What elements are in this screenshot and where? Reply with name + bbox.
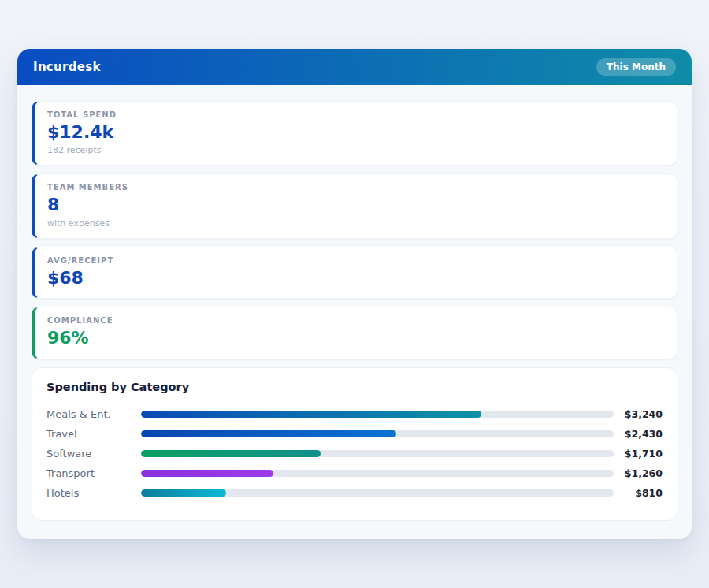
category-value: $2,430 — [614, 428, 663, 440]
spending-by-category-chart: Spending by Category Meals & Ent. $3,240… — [32, 367, 677, 521]
stat-subtitle: with expenses — [47, 218, 664, 229]
bar-fill — [141, 411, 481, 418]
chart-row-meals: Meals & Ent. $3,240 — [46, 404, 663, 424]
bar-fill — [141, 489, 226, 497]
category-label: Hotels — [46, 487, 141, 499]
bar-track — [141, 411, 614, 418]
bar-track — [141, 489, 614, 497]
app-panel: Incurdesk This Month TOTAL SPEND $12.4k … — [17, 49, 692, 539]
stat-value: $68 — [47, 268, 664, 288]
stat-card-team-members: TEAM MEMBERS 8 with expenses — [32, 173, 677, 238]
bar-track — [141, 470, 614, 477]
stat-subtitle: 182 receipts — [47, 145, 664, 155]
page: Incurdesk This Month TOTAL SPEND $12.4k … — [0, 0, 709, 588]
chart-row-software: Software $1,710 — [46, 444, 663, 463]
stat-label: TEAM MEMBERS — [47, 183, 664, 192]
stat-card-compliance: COMPLIANCE 96% — [32, 307, 677, 359]
stat-label: AVG/RECEIPT — [47, 256, 664, 265]
category-label: Transport — [46, 467, 141, 479]
chart-row-transport: Transport $1,260 — [46, 463, 663, 483]
stat-value: $12.4k — [47, 122, 664, 143]
category-value: $3,240 — [614, 408, 663, 420]
bar-fill — [141, 450, 321, 457]
bar-track — [141, 430, 614, 437]
stat-card-avg-receipt: AVG/RECEIPT $68 — [32, 247, 677, 299]
stat-value: 96% — [47, 328, 664, 348]
category-label: Software — [46, 448, 141, 460]
panel-body: TOTAL SPEND $12.4k 182 receipts TEAM MEM… — [17, 85, 692, 539]
app-header: Incurdesk This Month — [17, 49, 692, 85]
chart-title: Spending by Category — [46, 381, 663, 393]
period-badge[interactable]: This Month — [596, 58, 676, 76]
stat-value: 8 — [47, 195, 664, 215]
category-label: Meals & Ent. — [46, 408, 141, 420]
category-value: $1,260 — [614, 467, 663, 479]
bar-track — [141, 450, 614, 457]
app-title: Incurdesk — [33, 60, 101, 74]
bar-fill — [141, 430, 396, 437]
stat-card-total-spend: TOTAL SPEND $12.4k 182 receipts — [32, 101, 677, 166]
bar-fill — [141, 470, 273, 477]
chart-row-hotels: Hotels $810 — [46, 483, 663, 503]
category-value: $1,710 — [614, 448, 663, 460]
category-value: $810 — [614, 487, 663, 499]
stat-label: TOTAL SPEND — [47, 110, 664, 119]
chart-row-travel: Travel $2,430 — [46, 424, 663, 444]
stat-label: COMPLIANCE — [47, 316, 664, 325]
category-label: Travel — [46, 428, 141, 440]
